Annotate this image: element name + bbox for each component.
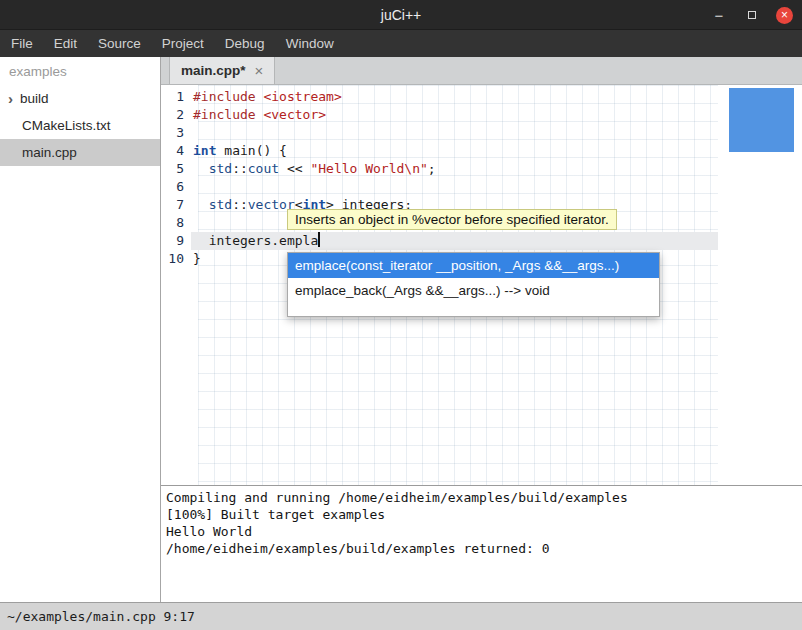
tree-header: examples (0, 57, 160, 85)
line-number: 3 (161, 124, 191, 142)
code-segment: <vector> (263, 107, 326, 122)
scrollbar-thumb[interactable] (729, 88, 794, 152)
minimize-icon: − (715, 8, 724, 23)
code-segment: <iostream> (263, 89, 341, 104)
line-number: 9 (161, 232, 191, 250)
doc-tooltip: Inserts an object in %vector before spec… (287, 209, 617, 230)
code-segment: :: (232, 161, 248, 176)
tree-item-cmakelists[interactable]: CMakeLists.txt (0, 112, 160, 139)
line-number: 2 (161, 106, 191, 124)
tree-item-build[interactable]: › build (0, 85, 160, 112)
code-segment: #include (193, 89, 256, 104)
file-tree-panel: examples › build CMakeLists.txt main.cpp (0, 57, 160, 602)
chevron-right-icon[interactable]: › (8, 91, 13, 106)
completion-popup: emplace(const_iterator __position, _Args… (287, 252, 660, 317)
code-segment (193, 197, 209, 212)
completion-item-selected[interactable]: emplace(const_iterator __position, _Args… (288, 253, 659, 278)
minimize-button[interactable]: − (710, 6, 728, 24)
menu-item-project[interactable]: Project (162, 36, 204, 51)
menubar: File Edit Source Project Debug Window (0, 30, 802, 57)
menu-item-edit[interactable]: Edit (54, 36, 77, 51)
code-segment: std (209, 197, 232, 212)
code-text: #include <iostream> (191, 88, 718, 106)
status-text: ~/examples/main.cpp 9:17 (7, 609, 195, 624)
status-bar: ~/examples/main.cpp 9:17 (0, 602, 802, 630)
line-number: 1 (161, 88, 191, 106)
code-segment (193, 161, 209, 176)
restore-icon (748, 11, 756, 19)
app-window: juCi++ − × File Edit Source Project Debu… (0, 0, 802, 630)
close-icon: × (781, 9, 788, 21)
code-text: integers.empla (191, 232, 718, 250)
editor-column: main.cpp* × 1 #include <iostream> 2 #inc… (161, 57, 802, 602)
line-number: 7 (161, 196, 191, 214)
restore-button[interactable] (743, 6, 761, 24)
code-segment: integers.empla (193, 233, 318, 248)
code-segment: ; (428, 161, 436, 176)
code-segment: "Hello World\n" (310, 161, 427, 176)
tree-item-label: build (20, 91, 49, 106)
console-output[interactable]: Compiling and running /home/eidheim/exam… (161, 486, 802, 602)
line-number: 4 (161, 142, 191, 160)
code-segment: () { (256, 143, 287, 158)
text-cursor (318, 232, 320, 247)
menu-item-source[interactable]: Source (98, 36, 141, 51)
code-text: std::cout << "Hello World\n"; (191, 160, 718, 178)
code-line[interactable]: 2 #include <vector> (161, 106, 718, 124)
window-title: juCi++ (381, 7, 421, 23)
line-number: 6 (161, 178, 191, 196)
code-line[interactable]: 3 (161, 124, 718, 142)
close-button[interactable]: × (776, 7, 793, 24)
code-segment: std (209, 161, 232, 176)
code-segment: #include (193, 107, 256, 122)
code-segment: cout (248, 161, 279, 176)
tab-maincpp[interactable]: main.cpp* × (169, 57, 275, 84)
code-line[interactable]: 6 (161, 178, 718, 196)
console-line: [100%] Built target examples (166, 506, 797, 523)
tree-item-maincpp[interactable]: main.cpp (0, 139, 160, 166)
code-line-current[interactable]: 9 integers.empla (161, 232, 718, 250)
console-line: Compiling and running /home/eidheim/exam… (166, 489, 797, 506)
console-line: /home/eidheim/examples/build/examples re… (166, 540, 797, 557)
code-segment: } (193, 251, 201, 266)
menu-item-file[interactable]: File (11, 36, 33, 51)
code-line[interactable]: 5 std::cout << "Hello World\n"; (161, 160, 718, 178)
code-segment: << (279, 161, 310, 176)
scrollbar-track[interactable] (718, 85, 802, 485)
code-text (191, 124, 718, 142)
code-segment: main (224, 143, 255, 158)
tab-close-icon[interactable]: × (255, 63, 264, 78)
tree-item-label: main.cpp (22, 145, 77, 160)
tab-label: main.cpp* (181, 63, 246, 78)
code-line[interactable]: 4 int main() { (161, 142, 718, 160)
line-number: 8 (161, 214, 191, 232)
completion-item[interactable]: emplace_back(_Args &&__args...) --> void (288, 278, 659, 303)
line-number: 10 (161, 250, 191, 268)
menu-item-debug[interactable]: Debug (225, 36, 265, 51)
code-segment: int (193, 143, 216, 158)
code-editor[interactable]: 1 #include <iostream> 2 #include <vector… (161, 85, 802, 485)
code-segment: :: (232, 197, 248, 212)
code-lines: 1 #include <iostream> 2 #include <vector… (161, 88, 802, 268)
code-text: int main() { (191, 142, 718, 160)
code-text (191, 178, 718, 196)
code-text: #include <vector> (191, 106, 718, 124)
menu-item-window[interactable]: Window (286, 36, 334, 51)
main-area: examples › build CMakeLists.txt main.cpp… (0, 57, 802, 602)
tab-bar: main.cpp* × (161, 57, 802, 85)
tree-item-label: CMakeLists.txt (22, 118, 111, 133)
window-controls: − × (710, 0, 793, 30)
console-line: Hello World (166, 523, 797, 540)
titlebar[interactable]: juCi++ − × (0, 0, 802, 30)
line-number: 5 (161, 160, 191, 178)
code-line[interactable]: 1 #include <iostream> (161, 88, 718, 106)
